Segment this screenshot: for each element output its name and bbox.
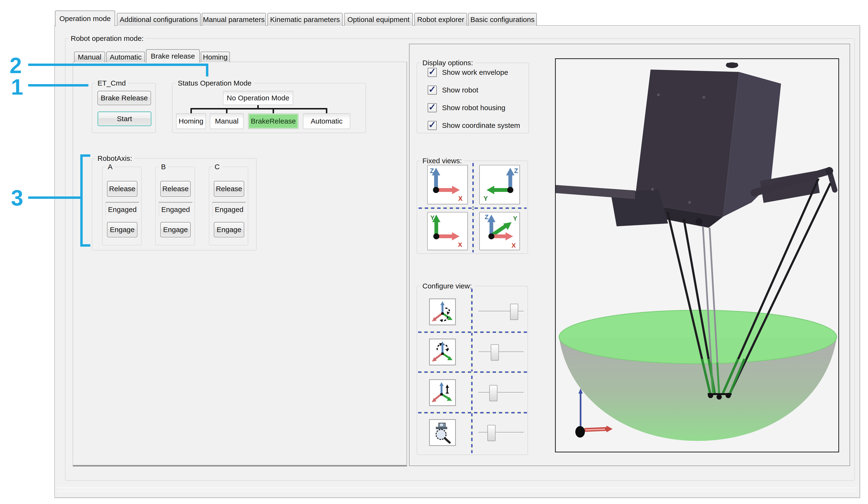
work-envelope <box>559 310 837 441</box>
slider-track[interactable] <box>478 351 524 353</box>
tab-manual-parameters[interactable]: Manual parameters <box>202 13 266 26</box>
rotate-z-icon <box>431 340 454 364</box>
tab-manual[interactable]: Manual <box>74 52 105 62</box>
robot-3d-scene <box>556 59 840 453</box>
mode-box-homing: Homing <box>176 113 206 129</box>
robot-housing <box>556 62 835 228</box>
callout-1: 1 <box>11 76 23 98</box>
svg-text:X: X <box>458 195 463 202</box>
state-field-b: Engaged <box>159 202 193 217</box>
checkbox-show-robot-housing[interactable]: ✓ <box>428 103 437 112</box>
robot-axis-group: RobotAxis: A Release Engaged Engage B Re… <box>92 158 257 250</box>
svg-text:Z: Z <box>485 213 488 220</box>
checkbox-show-coordinate-system[interactable]: ✓ <box>428 121 437 130</box>
fixed-views-title: Fixed views: <box>420 156 464 165</box>
check-icon: ✓ <box>428 84 436 95</box>
tab-automatic[interactable]: Automatic <box>106 52 145 62</box>
et-cmd-group: ET_Cmd Brake Release Start <box>92 83 156 133</box>
svg-text:Y: Y <box>513 215 517 222</box>
slider-thumb[interactable] <box>487 425 496 441</box>
release-button-b[interactable]: Release <box>160 181 191 197</box>
front-view-icon: Z X <box>428 166 467 203</box>
checkbox-show-robot[interactable]: ✓ <box>428 85 437 95</box>
mode-box-automatic: Automatic <box>303 113 350 129</box>
tab-additional-configurations[interactable]: Additional configurations <box>117 13 201 26</box>
zoom-slider <box>478 425 524 440</box>
slider-track[interactable] <box>478 432 524 433</box>
status-operation-mode-group: Status Operation Mode No Operation Mode … <box>172 83 366 133</box>
label-show-coordinate-system: Show coordinate system <box>442 121 520 130</box>
callout-3: 3 <box>11 187 23 209</box>
release-button-a[interactable]: Release <box>107 181 137 197</box>
callout-1-line <box>28 84 89 86</box>
fixed-view-top-button[interactable]: Y X <box>427 212 468 250</box>
tab-kinematic-parameters[interactable]: Kinematic parameters <box>267 13 343 26</box>
fixed-view-front-button[interactable]: Z X <box>427 165 468 204</box>
current-operation-mode-box: No Operation Mode <box>223 91 293 105</box>
tree-drop-homing <box>190 108 192 113</box>
robot-operation-mode-title: Robot operation mode: <box>68 34 146 43</box>
robot-axis-title: RobotAxis: <box>95 154 135 163</box>
callout-3-bracket-top <box>80 154 90 157</box>
viewport-3d[interactable] <box>555 58 839 452</box>
tab-robot-explorer[interactable]: Robot explorer <box>414 13 467 26</box>
slider-thumb[interactable] <box>489 385 497 401</box>
brake-release-button[interactable]: Brake Release <box>97 91 151 105</box>
fixed-view-isometric-button[interactable]: Z Y X <box>479 212 520 250</box>
state-field-a: Engaged <box>105 202 139 217</box>
callout-2-line-vertical <box>206 64 208 76</box>
axis-column-c: C Release Engaged Engage <box>209 167 248 245</box>
tab-operation-mode[interactable]: Operation mode <box>55 11 115 26</box>
translate-icon <box>431 381 454 404</box>
isometric-view-icon: Z Y X <box>480 213 519 249</box>
engage-button-c[interactable]: Engage <box>214 222 244 237</box>
check-icon: ✓ <box>428 66 436 77</box>
tab-basic-configurations[interactable]: Basic configurations <box>468 13 537 26</box>
label-show-work-envelope: Show work envelope <box>442 68 508 77</box>
label-show-robot: Show robot <box>442 85 478 95</box>
engage-button-b[interactable]: Engage <box>160 222 191 237</box>
screenshot-root: Operation mode Additional configurations… <box>0 0 868 504</box>
checkbox-show-work-envelope[interactable]: ✓ <box>428 68 437 77</box>
slider-track[interactable] <box>478 392 524 393</box>
tree-drop-automatic <box>326 108 327 113</box>
zoom-view-button[interactable] <box>429 419 456 446</box>
fixed-view-side-button[interactable]: Z Y <box>479 165 520 204</box>
tree-drop-brakerelease <box>272 108 274 113</box>
start-button[interactable]: Start <box>97 111 152 126</box>
rotate-z-button[interactable] <box>429 339 456 366</box>
axis-b-label: B <box>159 162 168 171</box>
display-options-group: Display options: ✓ Show work envelope ✓ … <box>417 63 529 133</box>
tab-brake-release[interactable]: Brake release <box>146 49 200 63</box>
tab-optional-equipment[interactable]: Optional equipment <box>344 13 413 26</box>
slider-thumb[interactable] <box>510 304 518 320</box>
axis-a-label: A <box>105 162 115 171</box>
side-view-icon: Z Y <box>480 166 519 203</box>
axis-column-a: A Release Engaged Engage <box>102 167 142 245</box>
callout-2: 2 <box>10 54 22 76</box>
top-view-icon: Y X <box>428 213 467 249</box>
mode-box-brakerelease: BrakeRelease <box>248 113 299 129</box>
configure-view-separator-1 <box>418 331 527 333</box>
axis-c-label: C <box>212 162 222 171</box>
orbit-rotate-slider <box>478 304 524 319</box>
configure-view-title: Configure view: <box>420 281 474 291</box>
label-show-robot-housing: Show robot housing <box>442 103 505 112</box>
configure-view-separator-v <box>471 289 473 453</box>
translate-view-button[interactable] <box>429 379 456 406</box>
translate-slider <box>478 385 524 400</box>
slider-thumb[interactable] <box>491 344 499 361</box>
bottom-groove-2 <box>57 491 858 491</box>
tab-homing[interactable]: Homing <box>201 52 230 62</box>
svg-text:X: X <box>512 242 516 249</box>
engage-button-a[interactable]: Engage <box>107 222 137 237</box>
callout-3-bracket <box>80 154 83 247</box>
et-cmd-title: ET_Cmd <box>95 79 128 88</box>
orbit-rotate-button[interactable] <box>429 298 456 325</box>
orbit-rotate-icon <box>431 300 454 324</box>
callout-3-bracket-bottom <box>80 244 90 247</box>
configure-view-group: Configure view: <box>417 286 528 455</box>
release-button-c[interactable]: Release <box>214 181 244 197</box>
configure-view-separator-3 <box>418 412 527 413</box>
svg-text:Z: Z <box>430 167 434 175</box>
